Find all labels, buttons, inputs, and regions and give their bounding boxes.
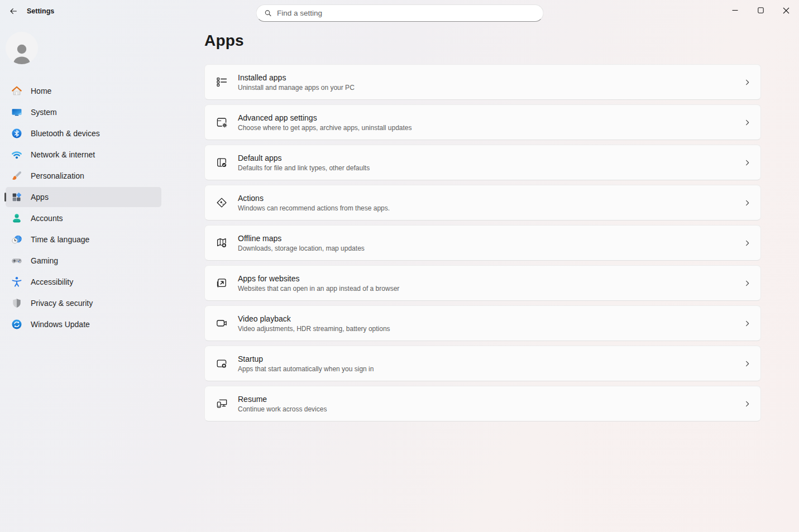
card-title: Actions: [238, 194, 744, 203]
card-default-apps[interactable]: Default apps Defaults for file and link …: [204, 145, 761, 180]
personalization-icon: [11, 170, 23, 182]
home-icon: [11, 85, 23, 97]
sidebar-item-label: Accounts: [31, 214, 63, 223]
startup-icon: [215, 357, 228, 370]
card-subtitle: Video adjustments, HDR streaming, batter…: [238, 325, 744, 333]
chevron-right-icon: [744, 400, 751, 408]
chevron-right-icon: [744, 79, 751, 86]
card-title: Default apps: [238, 154, 744, 162]
person-icon: [9, 41, 35, 64]
sidebar-nav: Home System Bluetooth & d: [0, 80, 168, 336]
sidebar-item-label: Gaming: [31, 256, 58, 265]
page-title: Apps: [204, 32, 761, 50]
sidebar: Home System Bluetooth & d: [0, 22, 168, 532]
card-resume[interactable]: Resume Continue work across devices: [204, 386, 761, 421]
avatar[interactable]: [6, 32, 38, 64]
system-icon: [11, 106, 23, 118]
apps-icon: [11, 191, 23, 203]
sidebar-item-apps[interactable]: Apps: [6, 187, 161, 207]
main-content: Apps Installed apps Uninstall and manage…: [204, 22, 761, 532]
card-subtitle: Downloads, storage location, map updates: [238, 245, 744, 252]
sidebar-item-system[interactable]: System: [6, 102, 161, 122]
windows-update-icon: [11, 318, 23, 330]
card-title: Offline maps: [238, 234, 744, 243]
card-offline-maps[interactable]: Offline maps Downloads, storage location…: [204, 225, 761, 261]
sidebar-item-label: Bluetooth & devices: [31, 129, 100, 138]
gaming-icon: [11, 255, 23, 267]
card-installed-apps[interactable]: Installed apps Uninstall and manage apps…: [204, 64, 761, 100]
chevron-right-icon: [744, 280, 751, 287]
sidebar-item-personalization[interactable]: Personalization: [6, 166, 161, 186]
card-subtitle: Apps that start automatically when you s…: [238, 365, 744, 373]
chevron-right-icon: [744, 159, 751, 166]
accounts-icon: [11, 212, 23, 224]
privacy-security-icon: [11, 297, 23, 309]
chevron-right-icon: [744, 320, 751, 327]
window-controls: [722, 0, 799, 21]
card-subtitle: Uninstall and manage apps on your PC: [238, 84, 744, 92]
card-title: Resume: [238, 395, 744, 404]
sidebar-item-label: Windows Update: [31, 320, 90, 329]
sidebar-item-time-language[interactable]: Time & language: [6, 229, 161, 250]
sidebar-item-home[interactable]: Home: [6, 81, 161, 101]
card-title: Installed apps: [238, 73, 744, 82]
sidebar-item-windows-update[interactable]: Windows Update: [6, 314, 161, 334]
sidebar-item-bluetooth-devices[interactable]: Bluetooth & devices: [6, 123, 161, 143]
card-video-playback[interactable]: Video playback Video adjustments, HDR st…: [204, 305, 761, 341]
close-button[interactable]: [773, 0, 799, 21]
settings-card-list: Installed apps Uninstall and manage apps…: [204, 64, 761, 421]
card-title: Advanced app settings: [238, 113, 744, 122]
sidebar-item-network-internet[interactable]: Network & internet: [6, 145, 161, 165]
sidebar-item-accounts[interactable]: Accounts: [6, 208, 161, 228]
resume-icon: [215, 397, 228, 410]
actions-icon: [215, 196, 228, 209]
default-apps-icon: [215, 156, 228, 169]
window-title: Settings: [27, 0, 54, 22]
card-subtitle: Defaults for file and link types, other …: [238, 164, 744, 172]
chevron-right-icon: [744, 239, 751, 247]
sidebar-item-label: Privacy & security: [31, 299, 93, 308]
search-icon: [264, 9, 272, 17]
sidebar-item-gaming[interactable]: Gaming: [6, 251, 161, 271]
advanced-app-settings-icon: [215, 116, 228, 129]
sidebar-item-label: Network & internet: [31, 150, 95, 159]
search-input[interactable]: [277, 9, 536, 17]
sidebar-item-label: Personalization: [31, 171, 84, 180]
card-subtitle: Websites that can open in an app instead…: [238, 285, 744, 293]
card-subtitle: Choose where to get apps, archive apps, …: [238, 124, 744, 132]
sidebar-item-label: System: [31, 108, 57, 117]
video-playback-icon: [215, 317, 228, 330]
accessibility-icon: [11, 276, 23, 288]
time-language-icon: [11, 233, 23, 246]
maximize-button[interactable]: [748, 0, 773, 21]
sidebar-item-label: Apps: [31, 193, 49, 202]
bluetooth-icon: [11, 127, 23, 140]
sidebar-item-label: Accessibility: [31, 277, 73, 286]
sidebar-item-label: Time & language: [31, 235, 89, 244]
card-title: Apps for websites: [238, 274, 744, 283]
titlebar: Settings: [0, 0, 799, 22]
card-apps-for-websites[interactable]: Apps for websites Websites that can open…: [204, 265, 761, 301]
chevron-right-icon: [744, 199, 751, 207]
back-button[interactable]: [3, 3, 23, 20]
card-advanced-app-settings[interactable]: Advanced app settings Choose where to ge…: [204, 104, 761, 140]
installed-apps-icon: [215, 75, 228, 89]
search-box[interactable]: [256, 4, 543, 22]
network-icon: [11, 148, 23, 161]
card-subtitle: Continue work across devices: [238, 405, 744, 413]
minimize-button[interactable]: [722, 0, 748, 21]
sidebar-item-privacy-security[interactable]: Privacy & security: [6, 293, 161, 313]
chevron-right-icon: [744, 119, 751, 126]
sidebar-item-label: Home: [31, 87, 51, 95]
offline-maps-icon: [215, 236, 228, 250]
sidebar-item-accessibility[interactable]: Accessibility: [6, 272, 161, 292]
card-title: Startup: [238, 354, 744, 363]
card-subtitle: Windows can recommend actions from these…: [238, 204, 744, 212]
card-startup[interactable]: Startup Apps that start automatically wh…: [204, 346, 761, 381]
card-actions[interactable]: Actions Windows can recommend actions fr…: [204, 185, 761, 221]
apps-for-websites-icon: [215, 276, 228, 290]
arrow-left-icon: [9, 7, 18, 16]
chevron-right-icon: [744, 360, 751, 367]
card-title: Video playback: [238, 314, 744, 323]
